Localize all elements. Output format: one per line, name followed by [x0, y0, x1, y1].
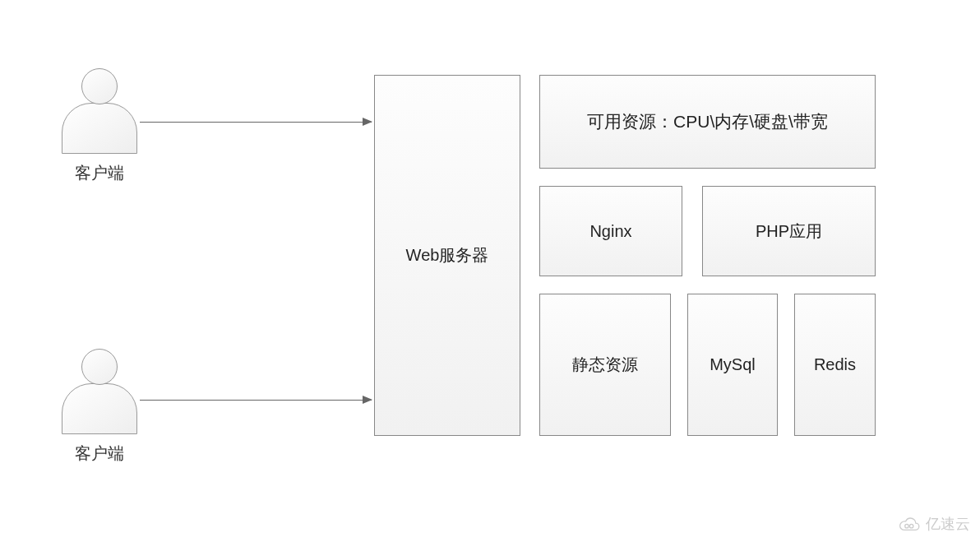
mysql-box: MySql	[687, 294, 778, 436]
client-label-1: 客户端	[62, 162, 137, 184]
nginx-label: Nginx	[589, 222, 631, 241]
redis-label: Redis	[814, 355, 856, 374]
resources-label: 可用资源：CPU\内存\硬盘\带宽	[587, 110, 828, 133]
watermark: 亿速云	[898, 514, 970, 534]
static-resource-box: 静态资源	[539, 294, 671, 436]
svg-point-1	[909, 524, 913, 527]
arrow-head-icon	[363, 396, 372, 404]
user-head-icon	[81, 349, 118, 385]
php-label: PHP应用	[756, 220, 822, 243]
watermark-label: 亿速云	[926, 514, 970, 534]
cloud-icon	[898, 516, 921, 532]
client-label-2: 客户端	[62, 442, 137, 465]
client-user-2: 客户端	[62, 349, 137, 465]
user-body-icon	[62, 103, 137, 154]
php-box: PHP应用	[702, 186, 876, 276]
web-server-box: Web服务器	[374, 75, 520, 436]
user-head-icon	[81, 68, 118, 104]
arrow-head-icon	[363, 118, 372, 126]
web-server-label: Web服务器	[406, 244, 489, 266]
nginx-box: Nginx	[539, 186, 682, 276]
client-user-1: 客户端	[62, 68, 137, 184]
redis-box: Redis	[794, 294, 876, 436]
svg-point-0	[905, 524, 908, 527]
static-label: 静态资源	[572, 354, 638, 376]
arrow-client2-to-server	[140, 400, 372, 401]
resources-box: 可用资源：CPU\内存\硬盘\带宽	[539, 75, 876, 169]
arrow-client1-to-server	[140, 122, 372, 123]
mysql-label: MySql	[710, 355, 756, 374]
user-body-icon	[62, 383, 137, 434]
